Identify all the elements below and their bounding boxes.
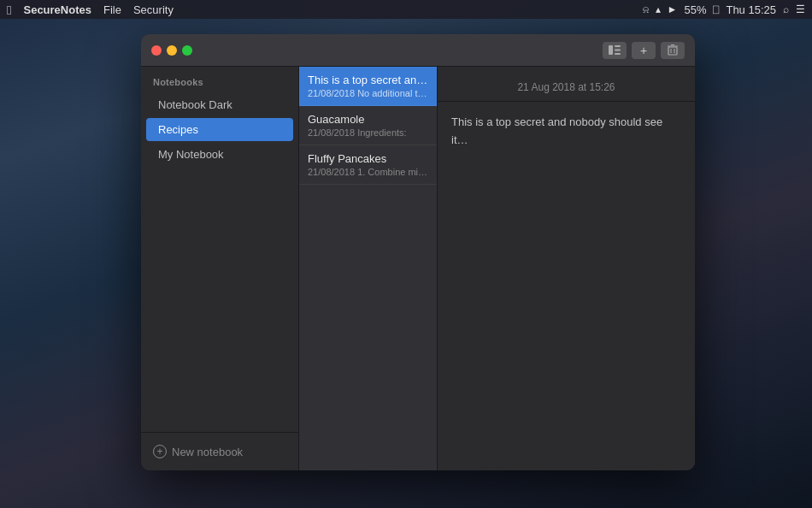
note-meta-secret: 21/08/2018 No additional text (308, 88, 428, 98)
plus-icon: + (640, 44, 647, 56)
new-notebook-button[interactable]: + New notebook (153, 445, 286, 458)
note-item-secret[interactable]: This is a top secret and nobo... 21/08/2… (299, 67, 437, 106)
notebooks-label: Notebooks (141, 67, 298, 92)
content-area: Notebooks Notebook Dark Recipes My Noteb… (141, 67, 695, 470)
note-title-pancakes: Fluffy Pancakes (308, 152, 428, 165)
svg-rect-1 (615, 45, 621, 47)
notes-list: This is a top secret and nobo... 21/08/2… (299, 67, 438, 470)
delete-note-button[interactable] (661, 42, 685, 59)
sidebar: Notebooks Notebook Dark Recipes My Noteb… (141, 67, 299, 470)
datetime: Thu 15:25 (726, 3, 776, 16)
sidebar-toggle-button[interactable] (603, 42, 627, 59)
traffic-lights (151, 45, 192, 56)
note-item-guacamole[interactable]: Guacamole 21/08/2018 Ingredients: (299, 106, 437, 145)
svg-rect-2 (615, 50, 621, 51)
battery-icon: ⎕ (713, 3, 719, 15)
file-menu[interactable]: File (103, 3, 121, 16)
note-editor-date: 21 Aug 2018 at 15:26 (517, 81, 615, 93)
bluetooth-icon: ⍾ (643, 3, 649, 15)
sidebar-item-my-notebook[interactable]: My Notebook (146, 143, 293, 166)
menu-icon[interactable]: ☰ (796, 3, 805, 15)
wifi-icon: ▴ (656, 3, 661, 15)
battery-percent: 55% (684, 3, 706, 16)
note-editor-header: 21 Aug 2018 at 15:26 (438, 67, 695, 102)
note-editor: 21 Aug 2018 at 15:26 This is a top secre… (438, 67, 695, 470)
maximize-button[interactable] (182, 45, 192, 56)
menubar-left:  SecureNotes File Security (7, 3, 174, 17)
menubar:  SecureNotes File Security ⍾ ▴ ► 55% ⎕ … (0, 0, 812, 19)
note-editor-content[interactable]: This is a top secret and nobody should s… (438, 102, 695, 470)
app-name-menu[interactable]: SecureNotes (23, 3, 91, 16)
search-icon[interactable]: ⌕ (783, 3, 789, 15)
note-item-pancakes[interactable]: Fluffy Pancakes 21/08/2018 1. Combine mi… (299, 145, 437, 185)
sidebar-item-notebook-dark[interactable]: Notebook Dark (146, 93, 293, 116)
note-meta-guacamole: 21/08/2018 Ingredients: (308, 127, 428, 138)
note-title-secret: This is a top secret and nobo... (308, 74, 428, 86)
app-window: + Notebooks Notebook (141, 34, 695, 470)
desktop:  SecureNotes File Security ⍾ ▴ ► 55% ⎕ … (0, 0, 812, 508)
volume-icon: ► (668, 3, 678, 15)
svg-rect-4 (668, 47, 677, 55)
apple-menu[interactable]:  (7, 3, 11, 17)
sidebar-footer: + New notebook (141, 432, 298, 470)
minimize-button[interactable] (167, 45, 177, 56)
svg-rect-0 (609, 45, 613, 55)
svg-rect-3 (615, 53, 621, 55)
sidebar-item-recipes[interactable]: Recipes (146, 118, 293, 141)
titlebar-buttons: + (603, 42, 685, 59)
note-title-guacamole: Guacamole (308, 113, 428, 126)
menubar-right: ⍾ ▴ ► 55% ⎕ Thu 15:25 ⌕ ☰ (643, 3, 805, 16)
security-menu[interactable]: Security (133, 3, 174, 16)
new-notebook-plus-icon: + (153, 445, 167, 458)
titlebar: + (141, 34, 695, 67)
add-note-button[interactable]: + (632, 42, 656, 59)
note-meta-pancakes: 21/08/2018 1. Combine milk with... (308, 167, 428, 177)
close-button[interactable] (151, 45, 162, 56)
